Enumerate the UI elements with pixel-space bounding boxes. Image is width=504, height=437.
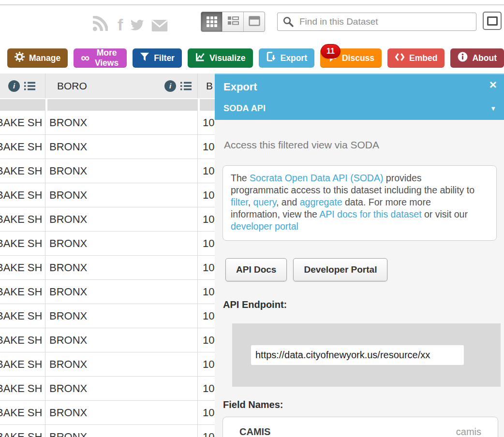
- info-text: The: [231, 173, 250, 183]
- cell-boro[interactable]: BRONX: [45, 401, 198, 424]
- cell-building[interactable]: 10: [198, 425, 215, 437]
- column-header-boro[interactable]: BORO i: [45, 73, 198, 98]
- rss-icon[interactable]: [92, 16, 108, 32]
- cell-building[interactable]: 10: [198, 159, 215, 183]
- cell-dba[interactable]: BAKE SH: [0, 159, 45, 183]
- discuss-count-badge[interactable]: 11: [321, 44, 341, 58]
- cell-building[interactable]: 10: [198, 304, 215, 328]
- cell-building[interactable]: 10: [198, 280, 215, 304]
- cell-boro[interactable]: BRONX: [45, 232, 198, 255]
- cell-building[interactable]: 10: [198, 207, 215, 231]
- embed-button[interactable]: Embed: [387, 48, 445, 68]
- column-info-icon[interactable]: i: [164, 80, 176, 92]
- cell-building[interactable]: 10: [198, 135, 215, 159]
- cell-dba[interactable]: BAKE SH: [0, 328, 45, 352]
- cell-boro[interactable]: BRONX: [45, 280, 198, 304]
- close-icon[interactable]: ×: [489, 78, 497, 91]
- twitter-icon[interactable]: [130, 19, 145, 32]
- soda-api-link[interactable]: Socrata Open Data API (SODA): [250, 173, 383, 183]
- cell-dba[interactable]: BAKE SH: [0, 280, 45, 304]
- table-row[interactable]: BAKE SH BRONX 10: [0, 425, 215, 437]
- table-row[interactable]: BAKE SH BRONX 10: [0, 183, 215, 207]
- cell-boro[interactable]: BRONX: [45, 352, 198, 376]
- cell-dba[interactable]: BAKE SH: [0, 232, 45, 255]
- column-header-dba[interactable]: i: [0, 73, 45, 98]
- cell-dba[interactable]: BAKE SH: [0, 256, 45, 279]
- cell-dba[interactable]: BAKE SH: [0, 352, 45, 376]
- column-info-icon[interactable]: i: [8, 80, 20, 92]
- filter-label: Filter: [154, 53, 175, 63]
- soda-lead-text: Access this filtered view via SODA: [224, 120, 498, 151]
- table-row[interactable]: BAKE SH BRONX 10: [0, 111, 215, 135]
- table-row[interactable]: BAKE SH BRONX 10: [0, 280, 215, 304]
- facebook-icon[interactable]: f: [118, 17, 123, 32]
- cell-boro[interactable]: BRONX: [45, 377, 198, 400]
- cell-boro[interactable]: BRONX: [45, 207, 198, 231]
- page-view-button[interactable]: [243, 12, 265, 31]
- api-endpoint-input[interactable]: [251, 345, 464, 365]
- column-menu-icon[interactable]: [24, 82, 35, 90]
- filter-button[interactable]: Filter: [133, 48, 182, 68]
- cell-dba[interactable]: BAKE SH: [0, 207, 45, 231]
- cell-building[interactable]: 10: [198, 377, 215, 400]
- cell-boro[interactable]: BRONX: [45, 135, 198, 159]
- code-brackets-icon: [395, 52, 405, 64]
- table-row[interactable]: BAKE SH BRONX 10: [0, 304, 215, 328]
- cell-dba[interactable]: BAKE SH: [0, 183, 45, 207]
- table-row[interactable]: BAKE SH BRONX 10: [0, 159, 215, 183]
- aggregate-link[interactable]: aggregate: [300, 197, 342, 207]
- cell-building[interactable]: 10: [198, 232, 215, 255]
- table-row[interactable]: BAKE SH BRONX 10: [0, 256, 215, 280]
- cell-dba[interactable]: BAKE SH: [0, 377, 45, 400]
- api-docs-link[interactable]: API docs for this dataset: [319, 209, 421, 219]
- cell-boro[interactable]: BRONX: [45, 304, 198, 328]
- table-row[interactable]: BAKE SH BRONX 10: [0, 377, 215, 401]
- cell-dba[interactable]: BAKE SH: [0, 111, 45, 134]
- column-header-building[interactable]: B: [198, 73, 215, 98]
- table-row[interactable]: BAKE SH BRONX 10: [0, 328, 215, 352]
- table-row[interactable]: BAKE SH BRONX 10: [0, 135, 215, 159]
- column-menu-icon[interactable]: [180, 82, 192, 90]
- cell-dba[interactable]: BAKE SH: [0, 135, 45, 159]
- cell-boro[interactable]: BRONX: [45, 111, 198, 134]
- cell-building[interactable]: 10: [198, 256, 215, 279]
- cell-dba[interactable]: BAKE SH: [0, 425, 45, 437]
- gear-icon: [15, 52, 25, 64]
- manage-button[interactable]: Manage: [7, 48, 68, 68]
- developer-portal-link[interactable]: developer portal: [231, 221, 298, 232]
- social-share-bar: f: [92, 13, 168, 32]
- fullscreen-button[interactable]: [483, 12, 502, 30]
- cell-boro[interactable]: BRONX: [45, 425, 198, 437]
- cell-boro[interactable]: BRONX: [45, 328, 198, 352]
- query-link[interactable]: query: [253, 197, 276, 207]
- developer-portal-button[interactable]: Developer Portal: [293, 258, 387, 281]
- cell-dba[interactable]: BAKE SH: [0, 401, 45, 424]
- cell-building[interactable]: 10: [198, 328, 215, 352]
- chart-icon: [195, 52, 205, 64]
- cell-boro[interactable]: BRONX: [45, 256, 198, 279]
- soda-api-section-header[interactable]: SODA API ▼: [215, 93, 504, 120]
- cell-building[interactable]: 10: [198, 352, 215, 376]
- grid-view-button[interactable]: [201, 12, 222, 31]
- table-row[interactable]: BAKE SH BRONX 10: [0, 207, 215, 232]
- search-input[interactable]: [298, 16, 471, 28]
- email-icon[interactable]: [151, 19, 168, 32]
- export-button[interactable]: Export: [259, 48, 314, 68]
- table-row[interactable]: BAKE SH BRONX 10: [0, 232, 215, 256]
- more-views-button[interactable]: ∞ More Views: [74, 48, 127, 68]
- soda-info-paragraph: The Socrata Open Data API (SODA) provide…: [231, 172, 480, 233]
- table-row[interactable]: BAKE SH BRONX 10: [0, 352, 215, 377]
- fatrow-view-button[interactable]: [222, 12, 243, 31]
- table-row[interactable]: BAKE SH BRONX 10: [0, 401, 215, 425]
- visualize-button[interactable]: Visualize: [188, 48, 253, 68]
- cell-dba[interactable]: BAKE SH: [0, 304, 45, 328]
- about-button[interactable]: About: [450, 48, 504, 68]
- filter-link[interactable]: filter: [231, 197, 248, 207]
- api-docs-button[interactable]: API Docs: [225, 258, 287, 281]
- cell-building[interactable]: 10: [198, 401, 215, 424]
- cell-boro[interactable]: BRONX: [45, 183, 198, 207]
- chevron-down-icon[interactable]: ▼: [490, 105, 496, 112]
- cell-building[interactable]: 10: [198, 183, 215, 207]
- cell-building[interactable]: 10: [198, 111, 215, 134]
- cell-boro[interactable]: BRONX: [45, 159, 198, 183]
